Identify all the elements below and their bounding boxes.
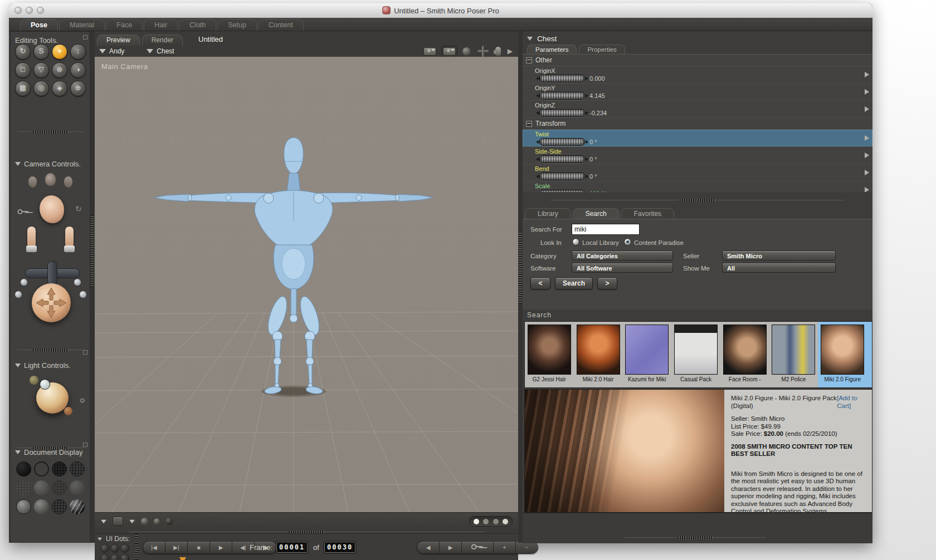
camera-rotate-icon[interactable]: ↻ [75, 204, 82, 213]
next-page-button[interactable]: > [597, 277, 617, 289]
collapse-minus-icon[interactable] [526, 121, 532, 127]
collapse-triangle-icon[interactable] [98, 537, 102, 541]
display-wireframe-button[interactable] [52, 461, 67, 477]
camera-dolly-ball-4[interactable] [80, 291, 86, 298]
morphing-tool-button[interactable]: ◈ [52, 81, 67, 96]
display-hidden-line-button[interactable] [70, 461, 85, 477]
previous-page-button[interactable]: < [530, 277, 550, 289]
originz-dial[interactable] [539, 109, 585, 117]
param-options-arrow-icon[interactable] [865, 106, 869, 112]
tab-render[interactable]: Render [142, 35, 183, 46]
first-frame-button[interactable]: |◀ [143, 542, 165, 553]
camera-dolly-ball-2[interactable] [15, 291, 22, 298]
camera-move-cross[interactable] [25, 261, 79, 284]
rotate-tool-button[interactable]: ↻ [15, 44, 31, 60]
light-dot-white[interactable] [40, 379, 50, 390]
scale-dial[interactable] [539, 190, 585, 192]
total-frames-counter[interactable]: 00030 [324, 542, 355, 553]
tab-library[interactable]: Library [525, 208, 571, 219]
ui-dot-5[interactable] [110, 554, 119, 560]
view-magnifier-tool-button[interactable]: ◎ [33, 81, 49, 96]
tracking-ball-icon[interactable] [141, 518, 148, 525]
param-options-arrow-icon[interactable] [865, 89, 869, 95]
shadow-ball-icon[interactable] [165, 518, 173, 525]
display-outline-button[interactable] [34, 461, 49, 477]
mode-dot-2[interactable] [483, 519, 489, 524]
light-dot-brown[interactable] [64, 407, 72, 415]
param-options-arrow-icon[interactable] [865, 135, 869, 141]
depth-cue-menu-triangle-icon[interactable] [101, 519, 106, 523]
search-button[interactable]: Search [555, 277, 593, 289]
ui-dot-6[interactable] [120, 554, 129, 560]
chain-break-tool-button[interactable]: ⊗ [52, 62, 67, 78]
camera-dolly-ball-3[interactable] [74, 279, 81, 286]
search-input[interactable] [572, 224, 640, 235]
collapse-triangle-icon[interactable] [15, 450, 21, 454]
delete-keyframe-button[interactable]: − [516, 542, 538, 553]
color-tool-button[interactable]: ◑ [70, 62, 86, 78]
edit-keyframes-button[interactable] [462, 542, 494, 553]
mode-dot-3[interactable] [493, 519, 499, 524]
side-side-dial[interactable] [539, 155, 585, 163]
show-me-dropdown[interactable]: All [722, 263, 836, 273]
display-cartoon-button[interactable] [70, 480, 85, 495]
camera-key-icon[interactable] [18, 209, 30, 214]
originx-dial[interactable] [539, 75, 585, 82]
display-style-menu-triangle-icon[interactable] [129, 519, 135, 523]
camera-palm-right[interactable] [65, 227, 74, 247]
camera-hand-right-icon[interactable] [64, 176, 72, 188]
param-options-arrow-icon[interactable] [865, 187, 869, 192]
ui-dot-1[interactable] [100, 544, 109, 553]
tab-preview[interactable]: Preview [97, 35, 140, 46]
light-flare-icon[interactable]: ☼ [79, 395, 86, 404]
add-to-cart-link[interactable]: [Add to Cart] [837, 395, 866, 410]
tab-hair[interactable]: Hair [144, 19, 178, 31]
direct-manipulation-tool-button[interactable]: ⊕ [70, 81, 86, 96]
result-face-room[interactable]: Face Room - [720, 322, 769, 387]
tab-content[interactable]: Content [258, 19, 304, 31]
figure-menu[interactable]: Andy [109, 47, 124, 55]
light-dot-olive[interactable] [30, 376, 38, 385]
tab-parameters[interactable]: Parameters [527, 45, 577, 55]
mode-dot-1[interactable] [474, 519, 479, 524]
group-transform[interactable]: Transform [523, 118, 872, 130]
vertical-grip[interactable] [519, 232, 522, 304]
play-button[interactable]: ▶ [210, 542, 232, 553]
light-controls-collapse-button[interactable] [83, 350, 87, 355]
expand-arrow-icon[interactable]: ▶ [508, 47, 513, 55]
camera-head-icon[interactable] [45, 173, 56, 186]
editing-tools-collapse-button[interactable] [83, 35, 87, 40]
param-options-arrow-icon[interactable] [865, 72, 869, 77]
camera-hand-left-icon[interactable] [28, 176, 37, 188]
camera-view-icon[interactable] [423, 47, 436, 56]
result-m2-police[interactable]: M2 Police [769, 322, 818, 387]
camera-dolly-ball-1[interactable] [21, 279, 27, 286]
camera-face-trackball[interactable] [40, 195, 64, 223]
camera-view-flyaround-icon[interactable] [443, 47, 456, 56]
result-partial-next[interactable] [867, 322, 872, 387]
document-display-collapse-button[interactable] [83, 443, 87, 447]
display-flat-shaded-button[interactable] [34, 480, 49, 495]
actor-menu-triangle-icon[interactable] [527, 37, 533, 41]
display-cartoon-line-button[interactable] [70, 499, 85, 514]
collapse-minus-icon[interactable] [526, 57, 532, 63]
tab-material[interactable]: Material [59, 19, 105, 31]
vertical-grip[interactable] [91, 215, 94, 287]
display-silhouette-button[interactable] [16, 461, 31, 477]
tab-search[interactable]: Search [573, 208, 620, 219]
last-frame-button[interactable]: ▶| [165, 542, 188, 553]
tab-face[interactable]: Face [106, 19, 143, 31]
translate-pull-tool-button[interactable]: + [52, 44, 67, 60]
palette-divider-grip[interactable] [11, 130, 91, 134]
scale-tool-button[interactable]: □ [15, 62, 31, 78]
hand-icon[interactable] [495, 47, 501, 56]
display-lit-wireframe-button[interactable] [16, 480, 31, 495]
tab-pose[interactable]: Pose [20, 19, 58, 31]
result-miki-20-hair[interactable]: Miki 2.0 Hair [574, 322, 623, 387]
display-mode-pill[interactable] [469, 516, 513, 527]
collapse-triangle-icon[interactable] [15, 162, 21, 166]
actor-menu-triangle-icon[interactable] [147, 49, 153, 53]
library-divider-grip[interactable] [523, 198, 872, 203]
ui-dot-2[interactable] [110, 544, 119, 553]
camera-palm-left[interactable] [27, 227, 36, 247]
